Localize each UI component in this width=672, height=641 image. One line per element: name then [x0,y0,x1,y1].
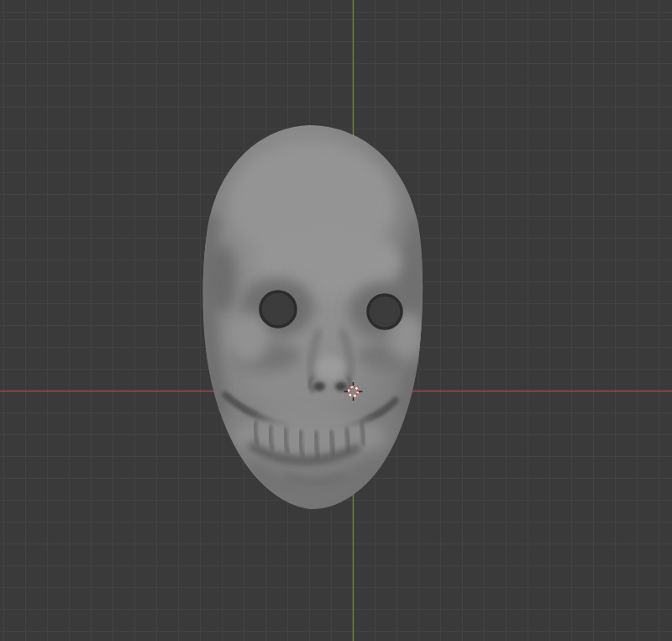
nostril-left [313,382,325,391]
viewport-3d[interactable] [0,0,672,641]
skull-mask-model[interactable] [203,125,425,509]
scene-canvas [0,0,672,641]
nostril-right [335,382,347,391]
